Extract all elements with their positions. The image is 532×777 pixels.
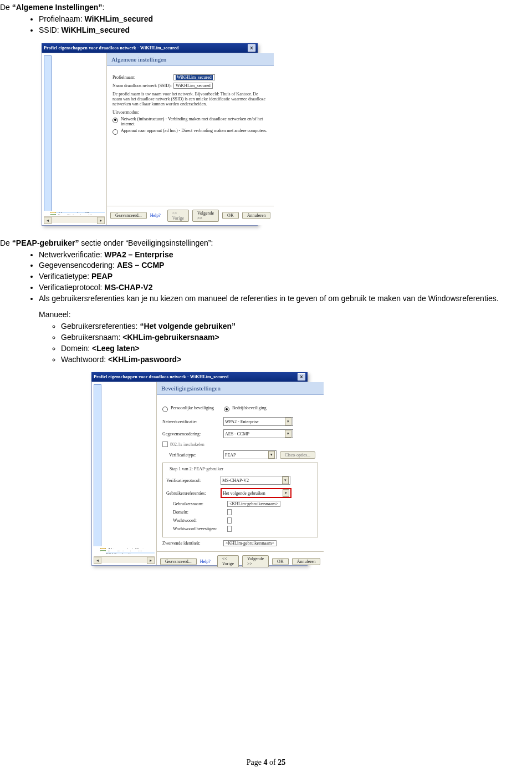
label-password: Wachtwoord: bbox=[173, 518, 227, 523]
label-uitvoermodus: Uitvoermodus: bbox=[112, 110, 268, 115]
chevron-down-icon: ▾ bbox=[268, 451, 275, 459]
checkbox-8021x[interactable]: 802.1x inschakelen bbox=[162, 441, 318, 447]
page-icon bbox=[44, 55, 52, 211]
label-enc: Gegevensencodering: bbox=[162, 431, 223, 436]
sub-list-manueel: Gebruikersreferenties: “Het volgende geb… bbox=[0, 321, 525, 365]
label-domain: Domein: bbox=[173, 510, 227, 515]
radio-dot-icon bbox=[112, 129, 118, 135]
next-button[interactable]: Volgende >> bbox=[242, 555, 269, 567]
combo-credentials[interactable]: Het volgende gebruiken▾ bbox=[221, 488, 291, 498]
radio-infrastructure[interactable]: Netwerk (infrastructuur) - Verbinding ma… bbox=[112, 116, 268, 126]
ok-button[interactable]: OK bbox=[272, 558, 289, 565]
radio-personal[interactable]: Persoonlijke beveiliging bbox=[162, 405, 214, 412]
fieldset-peap: Stap 1 van 2: PEAP-gebruiker Verificatie… bbox=[162, 463, 318, 537]
window-title: Profiel eigenschappen voor draadloos net… bbox=[94, 374, 229, 379]
prev-button[interactable]: << Vorige bbox=[167, 210, 189, 222]
tree-item-algemene[interactable]: Algemene instellingen bbox=[100, 547, 155, 549]
combo-netver[interactable]: WPA2 - Enterprise▾ bbox=[223, 417, 293, 426]
lock-icon bbox=[100, 550, 106, 551]
close-icon[interactable]: X bbox=[248, 44, 255, 52]
chevron-down-icon: ▾ bbox=[283, 489, 289, 497]
advanced-button[interactable]: Geavanceerd... bbox=[110, 212, 147, 219]
label-vproto: Verificatieprotocol: bbox=[166, 478, 221, 483]
input-roaming[interactable]: <KHLim-gebruikersnaam> bbox=[223, 540, 277, 546]
folder-icon bbox=[50, 212, 56, 213]
label-vtype: Verificatietype: bbox=[169, 453, 223, 458]
label-profielnaam: Profielnaam: bbox=[112, 75, 173, 80]
screenshot-algemene-instellingen: Profiel eigenschappen voor draadloos net… bbox=[42, 43, 258, 226]
label-netver: Netwerkverificatie: bbox=[162, 419, 223, 424]
heading-peap-gebruiker: De “PEAP-gebruiker” sectie onder “Beveil… bbox=[0, 238, 525, 248]
cancel-button[interactable]: Annuleren bbox=[242, 212, 271, 219]
panel-heading: Algemene instellingen bbox=[107, 53, 274, 66]
radio-dot-icon bbox=[224, 407, 229, 412]
tree-item-beveiliging[interactable]: Beveiligingsinstellingen bbox=[50, 214, 105, 215]
radio-dot-icon bbox=[162, 407, 168, 412]
scroll-right-icon[interactable]: ▸ bbox=[97, 217, 105, 224]
bullet-list-1: Profielnaam: WiKHLim_secured SSID: WiKHL… bbox=[0, 14, 525, 35]
input-password-confirm[interactable] bbox=[227, 526, 232, 532]
window-titlebar: Profiel eigenschappen voor draadloos net… bbox=[42, 43, 258, 53]
input-ssid[interactable]: WiKHLim_secured bbox=[173, 83, 213, 89]
tree-item-profile[interactable]: Profielnaam:WiKHLim_secured bbox=[44, 55, 105, 211]
button-bar: Geavanceerd... Help? << Vorige Volgende … bbox=[157, 551, 324, 571]
ok-button[interactable]: OK bbox=[222, 212, 239, 219]
input-username[interactable]: <KHLim-gebruikersnaam> bbox=[227, 501, 280, 507]
close-icon[interactable]: X bbox=[298, 373, 305, 380]
cancel-button[interactable]: Annuleren bbox=[292, 558, 321, 565]
radio-adhoc[interactable]: Apparaat naar apparaat (ad hoc) - Direct… bbox=[112, 128, 268, 135]
bullet-list-2: Netwerkverificatie: WPA2 – Enterprise Ge… bbox=[0, 250, 525, 304]
window-title: Profiel eigenschappen voor draadloos net… bbox=[44, 45, 179, 50]
combo-vproto[interactable]: MS-CHAP-V2▾ bbox=[221, 476, 290, 485]
tree-item-profile[interactable]: Profielnaam:WiKHLim_secured bbox=[94, 384, 155, 546]
tree-item-peap-server[interactable]: PEAP-server bbox=[106, 555, 155, 556]
cisco-options-button[interactable]: Cisco-opties... bbox=[280, 451, 315, 459]
advanced-button[interactable]: Geavanceerd... bbox=[160, 558, 197, 565]
tree-item-beveiliging[interactable]: Beveiligingsinstellingen bbox=[100, 550, 155, 551]
combo-vtype[interactable]: PEAP▾ bbox=[223, 450, 277, 459]
fieldset-legend: Stap 1 van 2: PEAP-gebruiker bbox=[168, 466, 224, 471]
checkbox-icon bbox=[162, 441, 168, 447]
radio-dot-icon bbox=[112, 118, 118, 123]
input-domain[interactable] bbox=[227, 509, 232, 515]
window-titlebar: Profiel eigenschappen voor draadloos net… bbox=[91, 372, 308, 382]
label-password-confirm: Wachtwoord bevestigen: bbox=[173, 526, 227, 531]
label-roaming: Zwervende identiteit: bbox=[162, 541, 223, 546]
tree-scrollbar[interactable]: ◂▸ bbox=[44, 216, 105, 223]
page-footer: Page 4 of 25 bbox=[0, 758, 532, 767]
chevron-down-icon: ▾ bbox=[285, 430, 291, 438]
combo-enc[interactable]: AES - CCMP▾ bbox=[223, 429, 293, 438]
label-cred: Gebruikersreferenties: bbox=[166, 491, 221, 496]
help-link[interactable]: Help? bbox=[200, 559, 211, 564]
help-text: De profielnaam is uw naam voor het netwe… bbox=[112, 92, 268, 106]
page-icon bbox=[94, 384, 101, 546]
chevron-down-icon: ▾ bbox=[282, 476, 289, 484]
prev-button[interactable]: << Vorige bbox=[217, 555, 239, 567]
tree-item-algemene[interactable]: Algemene instellingen bbox=[50, 212, 105, 213]
screenshot-beveiligingsinstellingen: Profiel eigenschappen voor draadloos net… bbox=[91, 372, 308, 566]
heading-manueel: Manueel: bbox=[39, 309, 525, 320]
help-link[interactable]: Help? bbox=[150, 213, 161, 218]
lock-icon bbox=[50, 214, 56, 215]
scroll-right-icon[interactable]: ▸ bbox=[147, 557, 155, 564]
input-password[interactable] bbox=[227, 517, 232, 524]
button-bar: Geavanceerd... Help? << Vorige Volgende … bbox=[107, 206, 274, 225]
tree-pane: Profielnaam:WiKHLim_secured Algemene ins… bbox=[92, 382, 157, 565]
next-button[interactable]: Volgende >> bbox=[192, 210, 219, 222]
label-user: Gebruikersnaam: bbox=[173, 501, 227, 506]
scroll-left-icon[interactable]: ◂ bbox=[94, 557, 101, 564]
folder-icon bbox=[100, 548, 106, 549]
label-ssid: Naam draadloos netwerk (SSID): bbox=[112, 83, 173, 88]
radio-enterprise[interactable]: Bedrijfsbeveiliging bbox=[224, 405, 267, 412]
input-profielnaam[interactable]: WiKHLim_secured bbox=[173, 74, 215, 80]
tree-item-peap-user[interactable]: PEAP-gebruiker bbox=[106, 552, 155, 553]
scroll-left-icon[interactable]: ◂ bbox=[44, 217, 52, 224]
heading-algemene-instellingen: De “Algemene Instellingen”: bbox=[0, 2, 525, 13]
tree-pane: Profielnaam:WiKHLim_secured Algemene ins… bbox=[42, 53, 107, 225]
tree-scrollbar[interactable]: ◂▸ bbox=[94, 556, 155, 563]
chevron-down-icon: ▾ bbox=[285, 418, 291, 425]
panel-heading: Beveiligingsinstellingen bbox=[157, 382, 324, 395]
